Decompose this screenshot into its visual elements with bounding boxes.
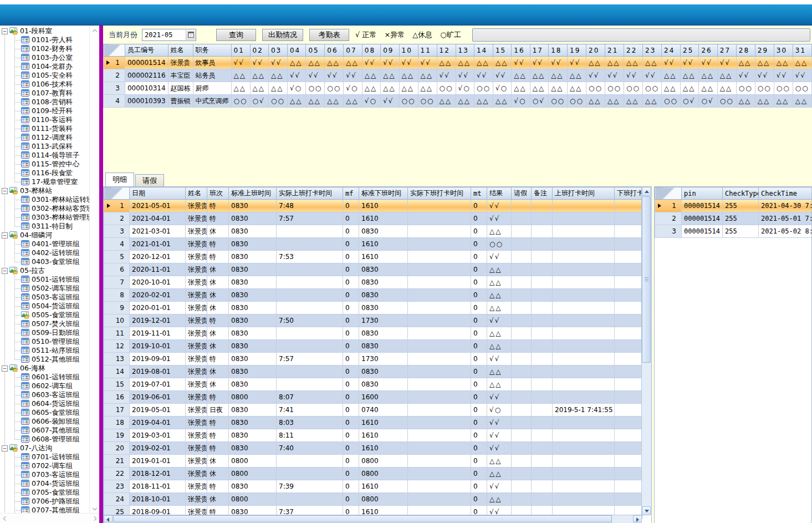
day-mark-cell[interactable]: ○○ [418, 95, 437, 108]
tree-item[interactable]: 0311-特日制 [0, 222, 99, 231]
std-out-cell[interactable]: 0830 [359, 327, 408, 340]
shift-cell[interactable]: 特 [207, 480, 229, 493]
mf-cell[interactable]: 0 [343, 391, 359, 404]
actual-in-cell[interactable]: 7:40 [277, 442, 343, 455]
mf-cell[interactable]: 0 [343, 251, 359, 263]
column-header[interactable]: 标准下班时间 [359, 187, 408, 200]
row-indicator[interactable]: 4 [104, 95, 125, 108]
actual-out-cell[interactable] [408, 276, 471, 289]
attendance-sheet-button[interactable]: 考勤表 [309, 29, 349, 41]
day-column-header[interactable]: 15 [493, 44, 511, 57]
column-header[interactable]: 员工编号 [125, 44, 168, 57]
std-in-cell[interactable]: 0830 [229, 353, 277, 365]
checkout-time-cell[interactable] [615, 455, 643, 468]
table-row[interactable]: 112019-11-01张景贵休0830008300△△ [104, 327, 643, 340]
std-in-cell[interactable]: 0830 [229, 378, 277, 391]
day-mark-cell[interactable]: √√ [418, 57, 437, 69]
day-mark-cell[interactable]: △△ [437, 57, 456, 69]
date-cell[interactable]: 2020-11-01 [130, 263, 186, 276]
day-mark-cell[interactable]: ○√ [681, 95, 699, 108]
day-column-header[interactable]: 06 [325, 44, 344, 57]
name-cell[interactable]: 张景贵 [186, 493, 207, 506]
row-indicator[interactable]: 10 [104, 314, 130, 327]
actual-in-cell[interactable]: 7:53 [277, 251, 343, 263]
date-cell[interactable]: 2019-11-01 [130, 327, 186, 340]
name-cell[interactable]: 丰宝臣 [168, 69, 193, 82]
shift-cell[interactable]: 休 [207, 378, 229, 391]
result-cell[interactable]: √√ [487, 480, 512, 493]
mt-cell[interactable]: 0 [471, 442, 487, 455]
actual-out-cell[interactable] [408, 251, 471, 263]
day-column-header[interactable]: 17 [530, 44, 548, 57]
checkin-time-cell[interactable] [553, 378, 615, 391]
tree-item[interactable]: 0101-劳人科 [0, 35, 99, 44]
table-row[interactable]: 2000002116丰宝臣站务员△△△△△△√√√√√√√√△△△△△△△△√√… [104, 69, 812, 82]
day-mark-cell[interactable]: △△ [681, 69, 699, 82]
actual-in-cell[interactable] [277, 468, 343, 480]
row-indicator[interactable]: 1 [104, 57, 125, 69]
shift-cell[interactable]: 休 [207, 327, 229, 340]
mf-cell[interactable]: 0 [343, 365, 359, 378]
name-cell[interactable]: 张景贵 [186, 404, 207, 417]
tree-item[interactable]: 0501-运转班组 [0, 275, 99, 284]
checkin-time-cell[interactable] [553, 200, 615, 212]
note-cell[interactable] [532, 417, 553, 429]
tree-item[interactable]: 0706-护路班组 [0, 497, 99, 506]
leave-cell[interactable] [512, 200, 532, 212]
checktype-cell[interactable]: 255 [723, 225, 759, 238]
checkout-time-cell[interactable] [615, 302, 643, 314]
checkin-time-cell[interactable] [553, 353, 615, 365]
tree-item[interactable]: 0114-领导班子 [0, 151, 99, 160]
day-mark-cell[interactable]: △△ [699, 69, 717, 82]
mf-cell[interactable]: 0 [343, 238, 359, 251]
result-cell[interactable]: △△ [487, 455, 512, 468]
day-mark-cell[interactable]: △△ [568, 69, 586, 82]
tree-item[interactable]: 0111-货装科 [0, 124, 99, 133]
actual-in-cell[interactable] [277, 493, 343, 506]
day-mark-cell[interactable]: √√ [624, 69, 643, 82]
row-indicator[interactable]: 2 [104, 69, 125, 82]
name-cell[interactable]: 张景贵 [186, 314, 207, 327]
leave-cell[interactable] [512, 251, 532, 263]
actual-out-cell[interactable] [408, 468, 471, 480]
checkin-time-cell[interactable] [553, 442, 615, 455]
day-mark-cell[interactable]: △△ [268, 82, 287, 95]
mt-cell[interactable]: 0 [471, 378, 487, 391]
mf-cell[interactable]: 0 [343, 468, 359, 480]
day-mark-cell[interactable]: △△ [643, 95, 662, 108]
name-cell[interactable]: 张景贵 [186, 289, 207, 302]
table-row[interactable]: 172019-05-01张景贵日夜08307:41007400√○2019-5-… [104, 404, 643, 417]
row-indicator[interactable]: 8 [104, 289, 130, 302]
shift-cell[interactable]: 特 [207, 353, 229, 365]
name-cell[interactable]: 张景贵 [186, 238, 207, 251]
column-header[interactable]: 实际下班打卡时间 [408, 187, 471, 200]
result-cell[interactable]: √√ [487, 200, 512, 212]
column-header[interactable]: 请假 [512, 187, 532, 200]
day-mark-cell[interactable]: ○○ [736, 82, 755, 95]
day-mark-cell[interactable]: △△ [717, 82, 736, 95]
mt-cell[interactable]: 0 [471, 263, 487, 276]
checkout-time-cell[interactable] [615, 429, 643, 442]
table-row[interactable]: 222018-12-01张景贵休0800008000△△ [104, 468, 643, 480]
day-column-header[interactable]: 02 [250, 44, 268, 57]
day-mark-cell[interactable]: ○○ [774, 82, 793, 95]
tree-item[interactable]: 0603-客运班组 [0, 390, 99, 399]
actual-out-cell[interactable] [408, 238, 471, 251]
table-row[interactable]: 3000010314赵国栋厨师△△△△△△√○○○○○√○△△△△△△△△○○√… [104, 82, 812, 95]
std-out-cell[interactable]: 0830 [359, 340, 408, 353]
mt-cell[interactable]: 0 [471, 302, 487, 314]
mf-cell[interactable]: 0 [343, 429, 359, 442]
column-header[interactable]: 实际上班打卡时间 [277, 187, 343, 200]
shift-cell[interactable]: 休 [207, 225, 229, 238]
day-mark-cell[interactable]: √○ [456, 82, 474, 95]
day-mark-cell[interactable]: √√ [437, 69, 456, 82]
checkin-time-cell[interactable] [553, 302, 615, 314]
date-cell[interactable]: 2020-02-01 [130, 289, 186, 302]
day-mark-cell[interactable]: √√ [755, 69, 774, 82]
day-mark-cell[interactable]: △△ [774, 57, 793, 69]
day-mark-cell[interactable]: △△ [474, 57, 493, 69]
table-row[interactable]: 132019-09-01张景贵特08307:57017300√√ [104, 353, 643, 365]
minus-expander-icon[interactable]: − [2, 365, 8, 372]
day-mark-cell[interactable]: √√ [512, 57, 530, 69]
day-mark-cell[interactable]: △△ [306, 57, 325, 69]
